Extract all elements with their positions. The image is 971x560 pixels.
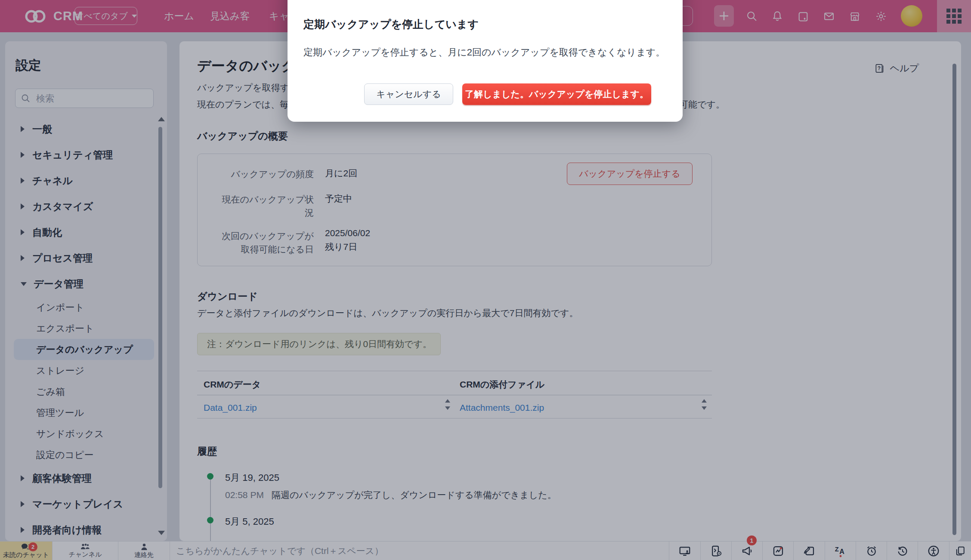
cancel-button[interactable]: キャンセルする — [364, 83, 453, 105]
app-window: CRM すべてのタブ ホーム 見込み客 キャンペーン — [0, 0, 971, 560]
modal-message: 定期バックアップを停止すると、月に2回のバックアップを取得できなくなります。 — [303, 46, 665, 59]
stop-backup-modal: 定期バックアップを停止しています 定期バックアップを停止すると、月に2回のバック… — [288, 0, 683, 122]
modal-title: 定期バックアップを停止しています — [303, 17, 479, 31]
confirm-stop-button[interactable]: 了解しました。バックアップを停止します。 — [462, 83, 651, 105]
modal-actions: キャンセルする 了解しました。バックアップを停止します。 — [364, 83, 651, 105]
